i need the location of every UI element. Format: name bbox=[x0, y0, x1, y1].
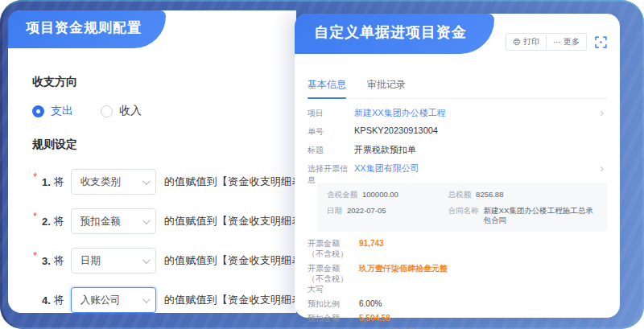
chevron-down-icon bbox=[142, 216, 151, 224]
summary-label: 合同名称 bbox=[448, 206, 479, 224]
rule-number: 4. bbox=[42, 294, 51, 306]
field-list: 项目 新建XX集团办公楼工程 › 单号 KPSKY20230913004 标题 … bbox=[308, 107, 607, 181]
project-link[interactable]: 新建XX集团办公楼工程 bbox=[354, 107, 446, 119]
amount-row-withhold-ratio: 预扣比例 6.00% bbox=[308, 298, 607, 309]
required-asterisk: * bbox=[33, 210, 37, 222]
detail-tabs: 基本信息 审批记录 bbox=[308, 78, 607, 99]
chevron-down-icon bbox=[142, 177, 151, 185]
tab-approval-record[interactable]: 审批记录 bbox=[367, 78, 406, 98]
chevron-down-icon bbox=[142, 256, 151, 264]
select-value: 入账公司 bbox=[80, 294, 121, 307]
summary-label: 含税金额 bbox=[327, 190, 357, 199]
rule-4-field-select[interactable]: 入账公司 bbox=[71, 287, 156, 313]
amount-label: 开票金额（不含税） bbox=[308, 238, 354, 259]
detail-toolbar: 打印 ⋯ 更多 bbox=[506, 33, 609, 51]
rule-row-3: * 3. 将 日期 的值赋值到【资金收支明细表-收支日期】中 bbox=[42, 247, 275, 274]
amount-row-withhold-amount: 预扣金额 5,504.58 bbox=[308, 313, 607, 323]
amount-label: 预扣比例 bbox=[308, 298, 354, 309]
direction-section-label: 收支方向 bbox=[32, 75, 275, 89]
rule-number: 3. bbox=[42, 255, 51, 267]
radio-expense-label: 支出 bbox=[51, 104, 73, 118]
rule-1-field-select[interactable]: 收支类别 bbox=[71, 169, 156, 195]
amount-label: 开票金额（不含税）大写 bbox=[308, 263, 354, 294]
radio-unselected-icon bbox=[101, 105, 113, 117]
summary-cell-total-tax: 总税额 8256.88 bbox=[448, 190, 597, 199]
fullscreen-button[interactable] bbox=[593, 35, 609, 50]
amount-value: 6.00% bbox=[359, 298, 382, 309]
screenshot-stage: 项目资金规则配置 收支方向 支出 收入 规则设定 * 1. 将 bbox=[0, 0, 644, 329]
document-detail-body: 基本信息 审批记录 项目 新建XX集团办公楼工程 › 单号 KPSKY20230… bbox=[295, 14, 620, 329]
required-asterisk: * bbox=[33, 171, 37, 183]
radio-selected-icon bbox=[32, 105, 44, 117]
summary-value: 2022-07-05 bbox=[347, 206, 386, 224]
contract-summary-box: 含税金额 100000.00 总税额 8256.88 日期 2022-07-05… bbox=[317, 183, 607, 232]
rules-list: * 1. 将 收支类别 的值赋值到【资金收支明细表-收支类别】中 * 2. 将 … bbox=[32, 168, 275, 314]
amount-value: 玖万壹仟柒佰肆拾叁元整 bbox=[359, 263, 448, 294]
rule-2-field-select[interactable]: 预扣金额 bbox=[71, 208, 156, 234]
field-row-doc-number: 单号 KPSKY20230913004 bbox=[308, 125, 607, 144]
amount-label: 预扣金额 bbox=[308, 313, 354, 323]
fullscreen-icon bbox=[595, 36, 607, 48]
tab-basic-info[interactable]: 基本信息 bbox=[308, 78, 346, 98]
summary-value: 新建XX集团办公楼工程施工总承包合同 bbox=[484, 206, 597, 224]
print-button[interactable]: 打印 bbox=[506, 33, 547, 51]
more-button-label: 更多 bbox=[564, 36, 580, 47]
radio-income[interactable]: 收入 bbox=[101, 104, 142, 118]
field-label: 标题 bbox=[308, 144, 354, 156]
print-button-label: 打印 bbox=[523, 36, 539, 47]
document-detail-title: 自定义单据进项目资金 bbox=[295, 14, 494, 54]
field-label: 项目 bbox=[308, 107, 354, 119]
summary-label: 日期 bbox=[327, 206, 342, 224]
summary-cell-contract-name: 合同名称 新建XX集团办公楼工程施工总承包合同 bbox=[448, 206, 597, 224]
rule-connector: 将 bbox=[54, 253, 64, 268]
invoice-company-link[interactable]: XX集团有限公司 bbox=[354, 162, 419, 175]
rule-config-panel-title: 项目资金规则配置 bbox=[8, 10, 166, 48]
chevron-down-icon bbox=[142, 295, 151, 303]
radio-expense[interactable]: 支出 bbox=[32, 104, 73, 118]
field-row-project: 项目 新建XX集团办公楼工程 › bbox=[308, 107, 607, 125]
panel-title-text: 项目资金规则配置 bbox=[26, 19, 142, 37]
field-value: 开票税款预扣单 bbox=[354, 144, 416, 156]
rule-config-panel: 项目资金规则配置 收支方向 支出 收入 规则设定 * 1. 将 bbox=[8, 10, 296, 313]
rule-row-2: * 2. 将 预扣金额 的值赋值到【资金收支明细表-金额】中 bbox=[42, 208, 275, 235]
chevron-right-icon[interactable]: › bbox=[600, 106, 604, 119]
summary-label: 总税额 bbox=[448, 190, 472, 199]
radio-income-label: 收入 bbox=[119, 104, 142, 118]
field-row-invoice-info: 选择开票信息 XX集团有限公司 › bbox=[308, 162, 607, 181]
chevron-right-icon[interactable]: › bbox=[600, 162, 604, 175]
amount-value: 91,743 bbox=[359, 238, 384, 259]
rule-connector: 将 bbox=[54, 175, 64, 189]
rule-3-field-select[interactable]: 日期 bbox=[71, 248, 156, 273]
document-detail-panel: 自定义单据进项目资金 打印 ⋯ 更多 基本信息 审批记录 项目 bbox=[295, 14, 620, 318]
summary-value: 100000.00 bbox=[362, 190, 398, 199]
rule-connector: 将 bbox=[54, 214, 64, 228]
rules-section-label: 规则设定 bbox=[32, 138, 275, 152]
rule-number: 2. bbox=[42, 216, 51, 228]
summary-value: 8256.88 bbox=[476, 190, 503, 199]
more-icon: ⋯ bbox=[553, 38, 561, 47]
summary-cell-tax-included: 含税金额 100000.00 bbox=[327, 190, 442, 199]
rule-row-4: * 4. 将 入账公司 的值赋值到【资金收支明细表-往来单位】中 bbox=[42, 286, 275, 314]
rule-connector: 将 bbox=[54, 293, 64, 307]
rule-config-body: 收支方向 支出 收入 规则设定 * 1. 将 收支类别 bbox=[8, 10, 296, 314]
field-label: 单号 bbox=[308, 125, 354, 138]
printer-icon bbox=[513, 38, 521, 46]
select-value: 收支类别 bbox=[80, 175, 121, 189]
select-value: 预扣金额 bbox=[80, 215, 121, 228]
select-value: 日期 bbox=[80, 254, 101, 268]
amount-field-list: 开票金额（不含税） 91,743 开票金额（不含税）大写 玖万壹仟柒佰肆拾叁元整… bbox=[308, 238, 607, 329]
field-label: 选择开票信息 bbox=[308, 162, 354, 186]
rule-number: 1. bbox=[42, 176, 51, 188]
amount-row-invoice-amount-caps: 开票金额（不含税）大写 玖万壹仟柒佰肆拾叁元整 bbox=[308, 263, 607, 294]
amount-row-invoice-amount: 开票金额（不含税） 91,743 bbox=[308, 238, 607, 259]
more-button[interactable]: ⋯ 更多 bbox=[547, 33, 587, 51]
field-row-title: 标题 开票税款预扣单 bbox=[308, 144, 607, 162]
rule-row-1: * 1. 将 收支类别 的值赋值到【资金收支明细表-收支类别】中 bbox=[42, 168, 275, 195]
direction-radio-group: 支出 收入 bbox=[32, 104, 275, 118]
summary-cell-date: 日期 2022-07-05 bbox=[327, 206, 442, 224]
amount-value: 5,504.58 bbox=[359, 313, 390, 323]
field-value: KPSKY20230913004 bbox=[354, 125, 438, 135]
required-asterisk: * bbox=[33, 249, 37, 261]
panel-title-text: 自定义单据进项目资金 bbox=[314, 23, 467, 42]
